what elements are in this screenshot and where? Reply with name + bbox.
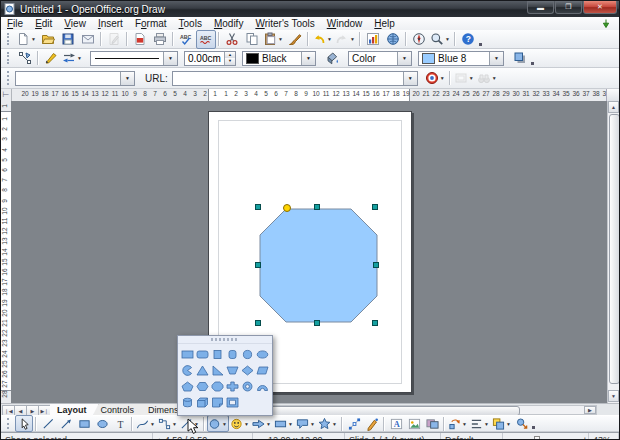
paste-dropdown-arrow[interactable]: ▼ <box>277 36 284 42</box>
line-button[interactable] <box>39 415 57 432</box>
hyperlink-button[interactable] <box>383 30 403 49</box>
curve-button[interactable]: ▼ <box>135 415 157 432</box>
area-style-combo[interactable]: Color▼ <box>348 51 412 66</box>
redo-dropdown-arrow[interactable]: ▼ <box>349 36 356 42</box>
palette-shape-diamond[interactable] <box>240 362 255 378</box>
palette-shape-hexagon[interactable] <box>195 378 210 394</box>
tab-layout[interactable]: Layout <box>50 404 99 416</box>
connector-dropdown-arrow[interactable]: ▼ <box>171 421 178 427</box>
line-color-combo[interactable]: Black▼ <box>242 51 316 66</box>
zoom-slider-thumb[interactable] <box>534 436 540 440</box>
line-color-value[interactable]: Black <box>259 53 301 64</box>
paste-button[interactable]: ▼ <box>262 30 285 49</box>
edit-file-button[interactable] <box>104 30 124 49</box>
selection-handle[interactable] <box>373 205 378 210</box>
frame-dropdown-arrow[interactable]: ▼ <box>468 75 475 81</box>
area-style-dropdown-button[interactable]: ▼ <box>397 52 411 65</box>
menu-writer-s-tools[interactable]: Writer's Tools <box>249 17 320 30</box>
autospellcheck-button[interactable]: ABC <box>196 30 216 49</box>
palette-shape-circle[interactable] <box>240 346 255 362</box>
export-pdf-button[interactable] <box>130 30 150 49</box>
palette-shape-block-arc[interactable] <box>255 378 270 394</box>
flowcharts-dropdown-arrow[interactable]: ▼ <box>287 421 294 427</box>
selection-handle[interactable] <box>374 263 379 268</box>
adjustment-handle[interactable] <box>284 205 291 212</box>
toolbar-overflow[interactable] <box>531 416 536 431</box>
target-frame-button[interactable]: ▼ <box>424 69 447 88</box>
internet-urls-combo[interactable]: ▼ <box>15 71 135 86</box>
line-style-dropdown-button[interactable]: ▼ <box>163 52 177 65</box>
close-button[interactable]: ✕ <box>583 1 617 14</box>
toolbar-overflow[interactable] <box>530 49 535 67</box>
url-input-combo[interactable]: ▼ <box>172 71 418 86</box>
palette-shape-frame[interactable] <box>225 394 240 410</box>
target-frame-dropdown-arrow[interactable]: ▼ <box>439 75 446 81</box>
area-fill-dropdown-button[interactable]: ▼ <box>489 52 503 65</box>
zoom-dropdown-arrow[interactable]: ▼ <box>444 36 451 42</box>
symbol-shapes-dropdown-arrow[interactable]: ▼ <box>243 421 250 427</box>
select-button[interactable] <box>15 415 33 432</box>
curve-dropdown-arrow[interactable]: ▼ <box>149 421 156 427</box>
selection-handle[interactable] <box>373 321 378 326</box>
line-dialog-button[interactable] <box>41 49 61 68</box>
shadow-button[interactable] <box>510 49 530 68</box>
basic-shapes-dropdown-arrow[interactable]: ▼ <box>221 421 228 427</box>
connector-button[interactable]: ▼ <box>157 415 179 432</box>
line-width-spinner[interactable]: 0.00cm▲▼ <box>184 51 236 66</box>
new-dropdown-arrow[interactable]: ▼ <box>30 36 37 42</box>
palette-shape-cylinder[interactable] <box>180 394 195 410</box>
drawing-canvas[interactable] <box>11 101 609 403</box>
insert-chart-button[interactable] <box>363 30 383 49</box>
arrange-button[interactable]: ▼ <box>491 415 513 432</box>
area-style-value[interactable]: Color <box>349 53 397 64</box>
url-input-dropdown-button[interactable]: ▼ <box>403 72 417 85</box>
palette-shape-circle-pie[interactable] <box>180 362 195 378</box>
zoom-out-icon[interactable]: − <box>507 434 512 440</box>
menu-insert[interactable]: Insert <box>92 17 129 30</box>
vertical-scroll-thumb[interactable] <box>609 114 620 384</box>
line-width-value[interactable]: 0.00cm <box>185 53 224 64</box>
palette-shape-ellipse[interactable] <box>255 346 270 362</box>
area-fill-combo[interactable]: Blue 8▼ <box>418 51 504 66</box>
selected-octagon-shape[interactable] <box>251 199 387 333</box>
undo-dropdown-arrow[interactable]: ▼ <box>326 36 333 42</box>
find-dropdown-arrow[interactable]: ▼ <box>491 75 498 81</box>
palette-shape-rectangle-rounded[interactable] <box>195 346 210 362</box>
symbol-shapes-button[interactable]: ▼ <box>229 415 251 432</box>
open-button[interactable] <box>38 30 58 49</box>
copy-button[interactable] <box>242 30 262 49</box>
area-fill-value[interactable]: Blue 8 <box>435 53 489 64</box>
palette-shape-right-triangle[interactable] <box>210 362 225 378</box>
fontwork-gallery-button[interactable]: A <box>387 415 405 432</box>
octagon-shape[interactable] <box>260 209 377 322</box>
menu-tools[interactable]: Tools <box>173 17 208 30</box>
area-dialog-button[interactable] <box>322 49 342 68</box>
scroll-right-button[interactable]: ▶ <box>584 406 596 414</box>
spellcheck-button[interactable]: ABC <box>176 30 196 49</box>
palette-shape-cube[interactable] <box>195 394 210 410</box>
edit-points-mode-button[interactable] <box>15 49 35 68</box>
status-zoom-slider[interactable]: −+ <box>503 433 589 440</box>
selection-handle[interactable] <box>256 205 261 210</box>
title-bar[interactable]: Untitled 1 - OpenOffice.org Draw ▬ ❒ ✕ <box>1 1 619 17</box>
palette-shape-folded-corner[interactable] <box>210 394 225 410</box>
rotate-dropdown-arrow[interactable]: ▼ <box>461 421 468 427</box>
palette-drag-handle[interactable] <box>178 336 272 344</box>
menu-view[interactable]: View <box>58 17 92 30</box>
palette-shape-octagon[interactable] <box>210 378 225 394</box>
menu-window[interactable]: Window <box>321 17 369 30</box>
navigator-button[interactable] <box>409 30 429 49</box>
minimize-button[interactable]: ▬ <box>527 1 554 14</box>
spin-down-button[interactable]: ▼ <box>225 58 235 65</box>
toolbar-overflow[interactable] <box>478 30 483 48</box>
zoom-in-icon[interactable]: + <box>582 434 587 440</box>
palette-shape-regular-pentagon[interactable] <box>180 378 195 394</box>
rectangle-button[interactable] <box>75 415 93 432</box>
selection-handle[interactable] <box>315 321 320 326</box>
menu-edit[interactable]: Edit <box>29 17 58 30</box>
cut-button[interactable] <box>222 30 242 49</box>
selection-handle[interactable] <box>256 263 261 268</box>
new-button[interactable]: ▼ <box>15 30 38 49</box>
text-button[interactable]: T <box>111 415 129 432</box>
gallery-button[interactable] <box>423 415 441 432</box>
